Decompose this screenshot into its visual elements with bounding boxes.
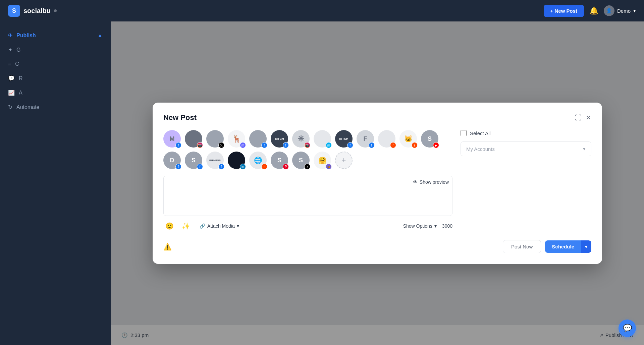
sidebar-item-publish[interactable]: ✈ Publish ▲	[0, 28, 111, 43]
account-5[interactable]: f	[249, 130, 268, 149]
account-2[interactable]: – 📷	[185, 130, 204, 149]
account-1[interactable]: M f	[163, 130, 182, 149]
header-right: + New Post 🔔 👤 Demo ▾	[544, 5, 636, 17]
show-options-label: Show Options	[403, 223, 432, 229]
attach-media-label: Attach Media	[207, 223, 235, 229]
account-4[interactable]: 🦌 m	[228, 130, 247, 149]
account-6[interactable]: EITCH f	[271, 130, 289, 149]
emoji-button[interactable]: 🙂	[163, 220, 176, 232]
reddit-badge-3: r	[261, 164, 267, 170]
account-12[interactable]: 🐱 r	[399, 130, 418, 149]
show-options-button[interactable]: Show Options ▾	[403, 223, 437, 229]
instagram-badge: 📷	[197, 142, 203, 148]
reddit-badge-2: r	[412, 142, 418, 148]
sidebar-calendar-label: C	[15, 61, 19, 67]
select-all-label: Select All	[470, 130, 491, 136]
toolbar-left: 🙂 ✨ 🔗 Attach Media ▾	[163, 220, 243, 232]
account-11[interactable]: r	[378, 130, 397, 149]
show-preview-label: Show preview	[420, 179, 449, 185]
sidebar-item-calendar[interactable]: ≡ C	[0, 57, 111, 71]
eye-icon: 👁	[413, 179, 418, 185]
modal-title: New Post	[163, 113, 197, 122]
show-preview-button[interactable]: 👁 Show preview	[413, 179, 449, 185]
facebook-badge-6: f	[175, 164, 181, 170]
attach-media-button[interactable]: 🔗 Attach Media ▾	[196, 221, 243, 231]
my-accounts-dropdown[interactable]: My Accounts ▾	[461, 141, 591, 156]
youtube-badge: ▶	[433, 142, 439, 148]
add-account-icon: +	[335, 152, 353, 169]
instagram-badge-2: 📷	[304, 142, 310, 148]
toolbar-right: Show Options ▾ 3000	[403, 223, 452, 229]
user-name: Demo	[617, 8, 631, 14]
chevron-down-icon: ▾	[633, 8, 636, 14]
account-7[interactable]: ✳ 📷	[292, 130, 311, 149]
sidebar-item-automate[interactable]: ↻ Automate	[0, 100, 111, 114]
account-3[interactable]: 𝕏	[206, 130, 225, 149]
logo-text: socialbu	[23, 7, 51, 15]
modal-expand-button[interactable]: ⛶	[575, 114, 582, 122]
calendar-icon: ≡	[8, 61, 11, 67]
account-14[interactable]: D f	[163, 152, 182, 170]
sidebar-item-analytics[interactable]: 📈 A	[0, 85, 111, 100]
new-post-modal: New Post ⛶ ✕ M f	[153, 103, 602, 264]
send-icon: ✈	[8, 32, 12, 39]
sidebar-publish-label: Publish	[16, 33, 36, 39]
tiktok-badge: ♪	[304, 164, 310, 170]
account-18[interactable]: 🌐 r	[249, 152, 268, 170]
modal-overlay[interactable]: New Post ⛶ ✕ M f	[111, 21, 644, 345]
mastodon-badge: m	[240, 142, 246, 148]
facebook-badge-2: f	[261, 142, 267, 148]
select-all-checkbox[interactable]	[461, 130, 467, 136]
chevron-down-icon-attach: ▾	[237, 223, 239, 229]
warning-icon: ⚠️	[163, 243, 172, 251]
new-post-button[interactable]: + New Post	[544, 5, 584, 17]
chat-button[interactable]: 💬	[619, 320, 636, 337]
facebook-badge-8: f	[218, 164, 224, 170]
accounts-grid: M f – 📷 𝕏	[163, 130, 452, 170]
modal-header: New Post ⛶ ✕	[163, 113, 591, 122]
facebook-badge-5: f	[369, 142, 375, 148]
modal-body: M f – 📷 𝕏	[163, 130, 591, 232]
reddit-badge: r	[390, 142, 396, 148]
user-menu-button[interactable]: 👤 Demo ▾	[604, 5, 636, 16]
modal-controls: ⛶ ✕	[575, 114, 591, 122]
magic-button[interactable]: ✨	[180, 220, 192, 232]
char-count: 3000	[442, 223, 452, 229]
account-15[interactable]: S f	[185, 152, 204, 170]
post-text-input[interactable]	[168, 180, 448, 207]
modal-close-button[interactable]: ✕	[586, 114, 591, 122]
account-20[interactable]: S ♪	[292, 152, 311, 170]
account-10[interactable]: F f	[357, 130, 375, 149]
facebook-badge: f	[175, 142, 181, 148]
add-account-button[interactable]: +	[335, 152, 353, 169]
select-all-row: Select All	[461, 130, 591, 136]
facebook-badge-7: f	[197, 164, 203, 170]
post-now-button[interactable]: Post Now	[503, 240, 541, 253]
messenger-badge: m	[326, 142, 332, 148]
chevron-up-icon: ▲	[97, 33, 103, 39]
logo-icon: S	[8, 5, 20, 17]
main-content: 🕐 2:33 pm ↗ Publish Now New Post ⛶ ✕	[111, 21, 644, 345]
account-13[interactable]: S ▶	[421, 130, 440, 149]
notification-button[interactable]: 🔔	[589, 6, 598, 15]
avatar: 👤	[604, 5, 614, 16]
sidebar-item-generate[interactable]: ✦ G	[0, 43, 111, 57]
sidebar-reply-label: R	[19, 75, 23, 81]
sidebar-generate-label: G	[16, 47, 20, 53]
account-8[interactable]: m	[314, 130, 332, 149]
account-17[interactable]: in	[228, 152, 247, 170]
schedule-button[interactable]: Schedule	[545, 240, 581, 253]
status-dot	[54, 9, 57, 12]
bluesky-badge: 🦋	[326, 164, 332, 170]
chevron-down-icon-accounts: ▾	[583, 146, 586, 152]
account-21[interactable]: 🤗 🦋	[314, 152, 332, 170]
account-19[interactable]: S P	[271, 152, 289, 170]
modal-footer: ⚠️ Post Now Schedule ▾	[163, 240, 591, 253]
account-16[interactable]: FITNESS f	[206, 152, 225, 170]
schedule-dropdown-button[interactable]: ▾	[581, 240, 591, 253]
sidebar: ✈ Publish ▲ ✦ G ≡ C 💬 R 📈 A ↻ Automate	[0, 21, 111, 345]
sparkle-icon: ✦	[8, 47, 12, 53]
account-9[interactable]: EITCH f	[335, 130, 354, 149]
sidebar-item-reply[interactable]: 💬 R	[0, 71, 111, 85]
schedule-button-group: Schedule ▾	[545, 240, 591, 253]
